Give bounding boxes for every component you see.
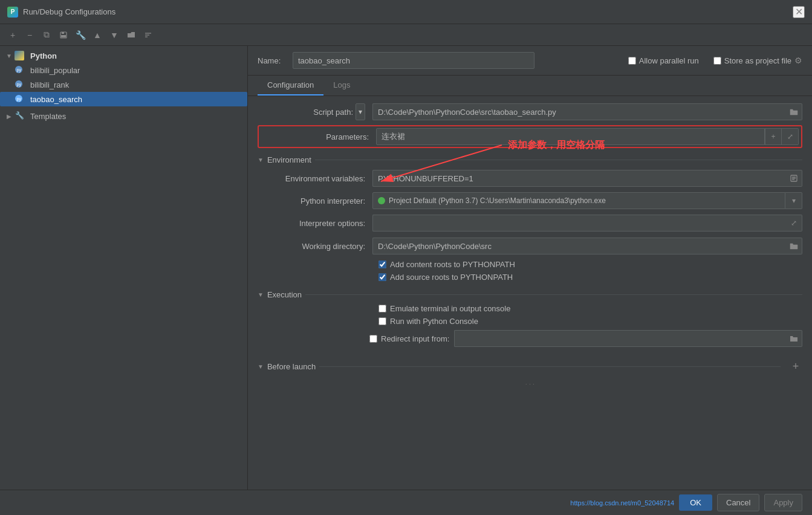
script-path-dropdown-btn[interactable]: ▾	[356, 103, 365, 120]
bottom-bar: https://blog.csdn.net/m0_52048714 OK Can…	[0, 490, 812, 515]
environment-label: Environment	[267, 155, 311, 164]
apply-button[interactable]: Apply	[764, 494, 802, 511]
sidebar-python-group[interactable]: ▼ Python	[0, 48, 247, 63]
interpreter-options-expand-btn[interactable]: ⤢	[785, 215, 802, 232]
interpreter-options-input-area: ⤢	[372, 215, 802, 232]
app-icon: P	[7, 7, 18, 18]
add-source-roots-label[interactable]: Add source roots to PYTHONPATH	[390, 273, 513, 282]
sidebar-item-bilibili-rank[interactable]: py bilibili_rank	[0, 77, 247, 92]
save-config-button[interactable]	[56, 27, 71, 43]
interpreter-options-row: Interpreter options: ⤢	[258, 214, 802, 232]
parameters-expand-btn[interactable]: ⤢	[782, 128, 799, 145]
interpreter-options-input[interactable]	[372, 215, 785, 232]
env-collapse-arrow[interactable]: ▼	[258, 157, 264, 163]
cancel-button[interactable]: Cancel	[717, 494, 759, 511]
script-path-folder-btn[interactable]	[785, 103, 802, 120]
redirect-input-row: Redirect input from:	[258, 329, 802, 348]
run-python-console-checkbox[interactable]	[378, 317, 386, 325]
add-content-roots-label[interactable]: Add content roots to PYTHONPATH	[390, 260, 515, 269]
tabs: Configuration Logs	[248, 76, 812, 96]
sort-button[interactable]	[140, 27, 156, 43]
toolbar: + − ⧉ 🔧 ▲ ▼	[0, 24, 812, 46]
store-project-label[interactable]: Store as project file	[713, 56, 791, 65]
emulate-terminal-checkbox[interactable]	[378, 305, 386, 313]
parameters-plus-btn[interactable]: +	[765, 128, 782, 145]
store-project-checkbox[interactable]	[713, 57, 721, 65]
taobao-search-icon: py	[15, 94, 24, 104]
copy-config-button[interactable]: ⧉	[39, 27, 54, 43]
bilibili-popular-icon: py	[15, 65, 24, 75]
working-directory-row: Working directory:	[258, 237, 802, 255]
sidebar-label-templates: Templates	[30, 112, 66, 121]
env-variables-input[interactable]	[372, 170, 785, 187]
settings-button[interactable]: 🔧	[73, 27, 88, 43]
remove-config-button[interactable]: −	[22, 27, 37, 43]
before-launch-add-btn[interactable]: +	[789, 360, 802, 373]
run-python-console-label[interactable]: Run with Python Console	[390, 317, 478, 326]
parameters-input[interactable]	[376, 128, 765, 145]
parallel-run-area: Allow parallel run	[628, 56, 699, 65]
expand-arrow-python: ▼	[5, 51, 13, 60]
working-directory-input[interactable]	[372, 238, 785, 254]
allow-parallel-checkbox[interactable]	[628, 57, 636, 65]
run-python-console-row: Run with Python Console	[258, 317, 802, 326]
title-bar: P Run/Debug Configurations ✕	[0, 0, 812, 24]
environment-section-header: ▼ Environment	[258, 155, 802, 164]
env-divider	[315, 160, 802, 160]
python-group-label: Python	[30, 51, 57, 60]
interpreter-dropdown-btn[interactable]: ▾	[785, 192, 802, 209]
add-config-button[interactable]: +	[5, 27, 21, 43]
sidebar-item-bilibili-popular[interactable]: py bilibili_popular	[0, 63, 247, 77]
folder-button[interactable]	[123, 27, 139, 43]
parameters-label: Parameters:	[261, 132, 376, 141]
name-label: Name:	[258, 56, 288, 65]
exec-collapse-arrow[interactable]: ▼	[258, 291, 264, 298]
redirect-input-folder-btn[interactable]	[785, 330, 802, 347]
tab-logs[interactable]: Logs	[323, 76, 360, 96]
svg-rect-1	[62, 32, 64, 34]
working-directory-folder-btn[interactable]	[785, 238, 802, 254]
templates-wrench-icon: 🔧	[15, 111, 24, 121]
redirect-input-label[interactable]: Redirect input from:	[381, 334, 449, 343]
right-panel: Name: Allow parallel run Store as projec…	[248, 46, 812, 490]
parameters-inner: Parameters: + ⤢	[261, 128, 799, 145]
allow-parallel-label[interactable]: Allow parallel run	[628, 56, 699, 65]
form-area: Script path: ▾ Parameters:	[248, 96, 812, 426]
move-down-button[interactable]: ▼	[106, 27, 122, 43]
before-launch-divider	[319, 366, 781, 367]
name-input[interactable]	[293, 52, 534, 69]
redirect-input-input[interactable]	[454, 330, 785, 347]
sidebar-templates[interactable]: ▶ 🔧 Templates	[0, 109, 247, 123]
ok-button[interactable]: OK	[679, 494, 712, 511]
redirect-input-checkbox[interactable]	[369, 335, 377, 343]
sidebar-label-bilibili-rank: bilibili_rank	[30, 80, 69, 89]
env-variables-label: Environment variables:	[258, 174, 372, 183]
parameters-row-highlighted: Parameters: + ⤢	[258, 125, 802, 148]
interpreter-status-dot	[378, 197, 385, 204]
add-source-roots-checkbox[interactable]	[378, 273, 386, 281]
script-path-input[interactable]	[372, 103, 785, 120]
interpreter-options-label: Interpreter options:	[258, 219, 372, 228]
sidebar-item-taobao-search[interactable]: py taobao_search	[0, 92, 247, 106]
emulate-terminal-label[interactable]: Emulate terminal in output console	[390, 304, 510, 313]
bottom-dots: · · ·	[258, 378, 802, 390]
move-up-button[interactable]: ▲	[89, 27, 105, 43]
tab-configuration[interactable]: Configuration	[258, 76, 323, 96]
env-variables-expand-btn[interactable]	[785, 170, 802, 187]
emulate-terminal-row: Emulate terminal in output console	[258, 304, 802, 313]
script-path-label-area: Script path: ▾	[258, 103, 372, 120]
add-content-roots-checkbox[interactable]	[378, 261, 386, 268]
python-interpreter-row: Python interpreter: Project Default (Pyt…	[258, 192, 802, 209]
sidebar-label-bilibili-popular: bilibili_popular	[30, 66, 80, 75]
redirect-input-input-area	[454, 330, 802, 347]
sidebar-label-taobao-search: taobao_search	[30, 95, 82, 104]
script-path-label: Script path:	[313, 108, 353, 117]
interpreter-value: Project Default (Python 3.7) C:\Users\Ma…	[389, 196, 606, 205]
close-button[interactable]: ✕	[793, 6, 805, 18]
expand-arrow-templates: ▶	[5, 112, 13, 120]
script-path-row: Script path: ▾	[258, 103, 802, 120]
before-launch-collapse-arrow[interactable]: ▼	[258, 363, 264, 370]
store-project-gear-icon[interactable]: ⚙	[794, 56, 802, 65]
url-link[interactable]: https://blog.csdn.net/m0_52048714	[570, 499, 674, 507]
allow-parallel-text: Allow parallel run	[639, 56, 699, 65]
